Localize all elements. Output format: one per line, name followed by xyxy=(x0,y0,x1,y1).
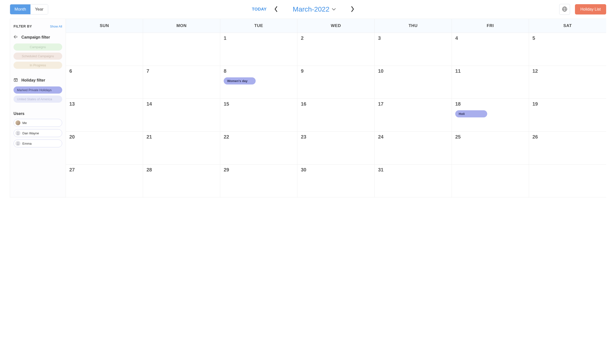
week-row: 678Women's day9101112 xyxy=(66,66,606,99)
day-cell[interactable]: 29 xyxy=(220,165,297,197)
header: Month Year TODAY March-2022 xyxy=(10,4,606,19)
filter-pill-usa[interactable]: United States of America xyxy=(14,96,62,103)
day-number: 20 xyxy=(69,134,140,140)
svg-point-9 xyxy=(17,142,19,143)
day-cell[interactable]: 27 xyxy=(66,165,143,197)
calendar-event[interactable]: Holi xyxy=(455,110,487,117)
day-number: 1 xyxy=(224,35,295,41)
today-button[interactable]: TODAY xyxy=(252,7,267,12)
calendar-star-icon xyxy=(14,78,18,83)
chevron-down-icon xyxy=(332,7,336,12)
day-cell[interactable]: 3 xyxy=(375,33,452,66)
dow-sun: SUN xyxy=(66,19,143,33)
week-row: 20212223242526 xyxy=(66,132,606,165)
day-cell[interactable]: 9 xyxy=(297,66,375,99)
day-cell[interactable]: 12 xyxy=(529,66,606,99)
campaign-filter-section: Campaign filter Campaigns Scheduled Camp… xyxy=(14,35,62,69)
day-cell xyxy=(143,33,220,66)
day-number: 7 xyxy=(147,68,218,74)
megaphone-icon xyxy=(14,35,18,40)
globe-icon xyxy=(562,6,567,13)
day-number: 10 xyxy=(378,68,449,74)
day-cell[interactable]: 11 xyxy=(452,66,529,99)
day-cell[interactable]: 22 xyxy=(220,132,297,165)
day-cell[interactable]: 25 xyxy=(452,132,529,165)
day-number: 17 xyxy=(378,101,449,107)
day-number: 4 xyxy=(455,35,526,41)
day-cell[interactable]: 18Holi xyxy=(452,99,529,132)
day-number: 25 xyxy=(455,134,526,140)
week-row: 131415161718Holi19 xyxy=(66,99,606,132)
day-cell[interactable]: 31 xyxy=(375,165,452,197)
users-title: Users xyxy=(14,112,62,116)
day-cell[interactable]: 26 xyxy=(529,132,606,165)
user-name: Dan Wayne xyxy=(22,131,39,135)
day-cell[interactable]: 5 xyxy=(529,33,606,66)
day-cell[interactable]: 24 xyxy=(375,132,452,165)
week-row: 2728293031 xyxy=(66,165,606,197)
calendar-event[interactable]: Women's day xyxy=(224,77,256,84)
show-all-button[interactable]: Show All xyxy=(50,25,62,28)
day-number: 30 xyxy=(301,167,372,173)
calendar-weeks: 12345678Women's day9101112131415161718Ho… xyxy=(66,33,606,197)
day-number: 31 xyxy=(378,167,449,173)
day-number: 2 xyxy=(301,35,372,41)
day-cell[interactable]: 30 xyxy=(297,165,375,197)
filter-head: FILTER BY Show All xyxy=(14,24,62,28)
day-cell[interactable]: 13 xyxy=(66,99,143,132)
prev-month-button[interactable] xyxy=(273,5,279,14)
user-chip-me[interactable]: Me xyxy=(14,119,62,127)
chevron-left-icon xyxy=(274,9,278,13)
day-number: 9 xyxy=(301,68,372,74)
day-cell[interactable]: 28 xyxy=(143,165,220,197)
day-cell[interactable]: 7 xyxy=(143,66,220,99)
day-number: 18 xyxy=(455,101,526,107)
day-cell[interactable]: 8Women's day xyxy=(220,66,297,99)
month-label: March-2022 xyxy=(293,5,329,13)
day-cell[interactable]: 4 xyxy=(452,33,529,66)
day-number: 13 xyxy=(69,101,140,107)
next-month-button[interactable] xyxy=(350,5,355,14)
dow-fri: FRI xyxy=(452,19,529,33)
day-number: 19 xyxy=(532,101,604,107)
filter-pill-campaigns[interactable]: Campaigns xyxy=(14,43,62,51)
view-month-button[interactable]: Month xyxy=(10,4,30,14)
header-center: TODAY March-2022 xyxy=(252,5,356,14)
day-number: 22 xyxy=(224,134,295,140)
holiday-filter-section: Holiday filter Marked Private Holidays U… xyxy=(14,78,62,103)
day-cell[interactable]: 23 xyxy=(297,132,375,165)
globe-button[interactable] xyxy=(559,4,570,15)
week-row: 12345 xyxy=(66,33,606,66)
day-number: 16 xyxy=(301,101,372,107)
day-cell[interactable]: 14 xyxy=(143,99,220,132)
user-chip-emma[interactable]: Emma xyxy=(14,140,62,147)
holiday-list-button[interactable]: Holiday List xyxy=(575,4,606,14)
day-cell[interactable]: 21 xyxy=(143,132,220,165)
day-cell xyxy=(66,33,143,66)
day-cell[interactable]: 19 xyxy=(529,99,606,132)
day-cell[interactable]: 2 xyxy=(297,33,375,66)
svg-point-8 xyxy=(17,132,19,133)
user-chip-dan[interactable]: Dan Wayne xyxy=(14,129,62,137)
filter-pill-marked-holidays[interactable]: Marked Private Holidays xyxy=(14,86,62,94)
svg-point-7 xyxy=(15,80,16,81)
day-cell[interactable]: 6 xyxy=(66,66,143,99)
month-selector[interactable]: March-2022 xyxy=(293,5,336,13)
users-section: Users Me Dan Wayne Emma xyxy=(14,112,62,147)
day-number: 3 xyxy=(378,35,449,41)
day-cell[interactable]: 16 xyxy=(297,99,375,132)
user-name: Emma xyxy=(22,142,32,145)
day-number: 21 xyxy=(147,134,218,140)
users-label: Users xyxy=(14,112,24,116)
user-name: Me xyxy=(22,121,27,125)
day-cell[interactable]: 17 xyxy=(375,99,452,132)
filter-pill-scheduled[interactable]: Scheduled Campaigns xyxy=(14,53,62,60)
day-cell[interactable]: 1 xyxy=(220,33,297,66)
avatar xyxy=(15,131,20,136)
day-cell[interactable]: 10 xyxy=(375,66,452,99)
dow-mon: MON xyxy=(143,19,220,33)
filter-pill-inprogress[interactable]: In Progress xyxy=(14,62,62,69)
day-cell[interactable]: 20 xyxy=(66,132,143,165)
view-year-button[interactable]: Year xyxy=(30,4,48,14)
day-cell[interactable]: 15 xyxy=(220,99,297,132)
